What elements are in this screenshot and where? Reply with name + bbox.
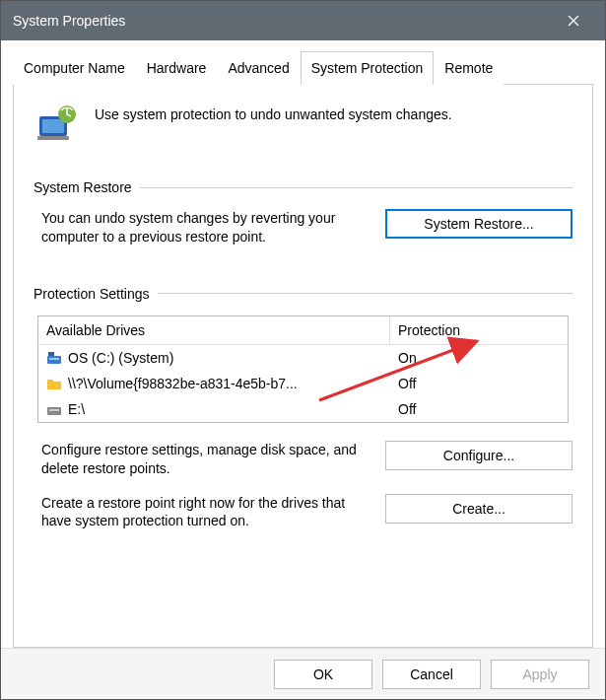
system-properties-window: System Properties Computer Name Hardware… bbox=[0, 0, 606, 700]
tab-panel-system-protection: Use system protection to undo unwanted s… bbox=[13, 85, 593, 648]
drive-cell: OS (C:) (System) bbox=[38, 347, 390, 369]
restore-row: You can undo system changes by reverting… bbox=[34, 209, 572, 246]
drive-name: E:\ bbox=[68, 401, 85, 417]
dialog-footer: OK Cancel Apply bbox=[1, 648, 605, 699]
disk-system-icon bbox=[46, 350, 62, 366]
tab-remote[interactable]: Remote bbox=[434, 51, 504, 85]
drive-name: OS (C:) (System) bbox=[68, 350, 173, 366]
system-restore-button[interactable]: System Restore... bbox=[385, 209, 572, 239]
cancel-button[interactable]: Cancel bbox=[382, 660, 481, 689]
svg-rect-6 bbox=[49, 358, 59, 360]
intro-row: Use system protection to undo unwanted s… bbox=[34, 103, 572, 150]
drives-body: OS (C:) (System) On \\?\Volume{f98832be-… bbox=[38, 345, 568, 422]
create-text: Create a restore point right now for the… bbox=[41, 494, 368, 531]
folder-icon bbox=[46, 376, 62, 391]
disk-icon bbox=[46, 401, 62, 417]
tab-hardware[interactable]: Hardware bbox=[136, 51, 218, 85]
drives-table: Available Drives Protection OS (C:) (Sys… bbox=[37, 315, 569, 423]
content-area: Computer Name Hardware Advanced System P… bbox=[1, 40, 605, 648]
group-protection-settings: Protection Settings Available Drives Pro… bbox=[34, 286, 572, 531]
group-title-protection: Protection Settings bbox=[34, 286, 150, 302]
configure-text: Configure restore settings, manage disk … bbox=[41, 441, 368, 478]
group-divider bbox=[140, 187, 572, 188]
drive-name: \\?\Volume{f98832be-a831-4e5b-b7... bbox=[68, 376, 298, 391]
svg-rect-1 bbox=[42, 119, 64, 133]
table-row[interactable]: \\?\Volume{f98832be-a831-4e5b-b7... Off bbox=[38, 371, 568, 396]
apply-button[interactable]: Apply bbox=[491, 660, 589, 689]
create-button[interactable]: Create... bbox=[385, 494, 572, 524]
svg-rect-9 bbox=[49, 409, 59, 411]
group-header-protection: Protection Settings bbox=[34, 286, 572, 302]
tab-system-protection[interactable]: System Protection bbox=[301, 51, 435, 85]
protection-cell: Off bbox=[390, 373, 568, 394]
restore-text: You can undo system changes by reverting… bbox=[41, 209, 368, 246]
col-header-drives[interactable]: Available Drives bbox=[38, 316, 390, 345]
system-protection-icon bbox=[34, 103, 81, 150]
close-button[interactable] bbox=[554, 1, 593, 40]
configure-button[interactable]: Configure... bbox=[385, 441, 572, 470]
group-divider bbox=[158, 293, 572, 294]
tab-computer-name[interactable]: Computer Name bbox=[13, 51, 136, 85]
drives-header-row: Available Drives Protection bbox=[38, 316, 568, 345]
protection-cell: On bbox=[390, 347, 568, 369]
group-title-restore: System Restore bbox=[34, 179, 132, 195]
create-row: Create a restore point right now for the… bbox=[34, 494, 572, 531]
table-row[interactable]: OS (C:) (System) On bbox=[38, 345, 568, 371]
close-icon bbox=[568, 15, 579, 27]
ok-button[interactable]: OK bbox=[274, 660, 372, 689]
tab-strip: Computer Name Hardware Advanced System P… bbox=[13, 50, 593, 85]
svg-rect-2 bbox=[37, 136, 69, 140]
svg-rect-7 bbox=[48, 352, 54, 356]
drive-cell: \\?\Volume{f98832be-a831-4e5b-b7... bbox=[38, 373, 390, 394]
window-title: System Properties bbox=[13, 13, 125, 29]
configure-row: Configure restore settings, manage disk … bbox=[34, 441, 572, 478]
protection-cell: Off bbox=[390, 398, 568, 420]
group-header-restore: System Restore bbox=[34, 179, 572, 195]
titlebar: System Properties bbox=[1, 1, 605, 40]
intro-text: Use system protection to undo unwanted s… bbox=[95, 103, 452, 122]
tab-advanced[interactable]: Advanced bbox=[217, 51, 300, 85]
col-header-protection[interactable]: Protection bbox=[390, 316, 568, 345]
table-row[interactable]: E:\ Off bbox=[38, 396, 568, 422]
drive-cell: E:\ bbox=[38, 398, 390, 420]
group-system-restore: System Restore You can undo system chang… bbox=[34, 179, 572, 246]
